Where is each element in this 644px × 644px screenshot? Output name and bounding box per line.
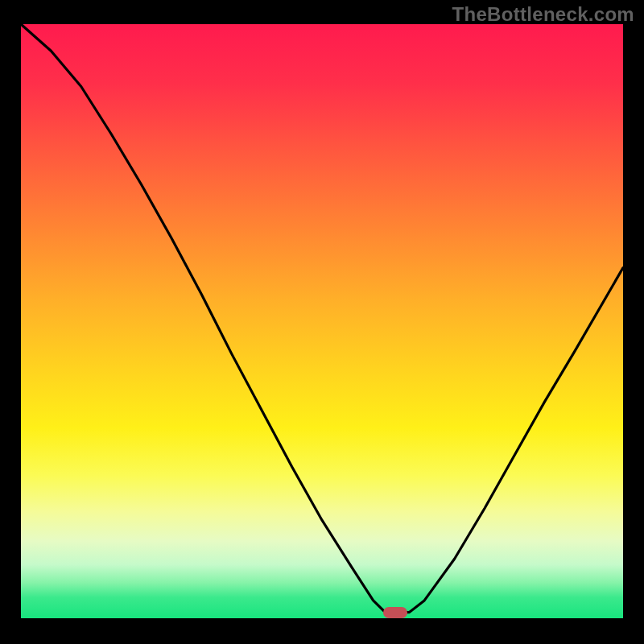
bottleneck-curve-svg (21, 24, 623, 618)
watermark-text: TheBottleneck.com (452, 3, 634, 26)
bottleneck-curve-path (21, 24, 623, 613)
gradient-plot-area (21, 24, 623, 618)
chart-frame: TheBottleneck.com (0, 0, 644, 644)
optimal-point-marker (383, 607, 407, 618)
